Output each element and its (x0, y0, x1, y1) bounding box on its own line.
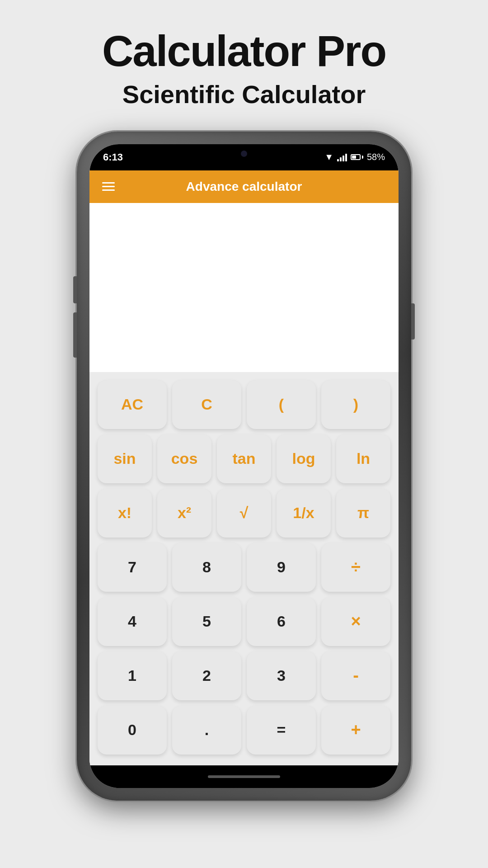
volume-up-button (73, 276, 77, 303)
keypad-row-2: sin cos tan log ln (98, 434, 390, 483)
decimal-button[interactable]: . (172, 706, 241, 755)
app-title: Calculator Pro (102, 27, 386, 75)
keypad-row-7: 0 . = + (98, 706, 390, 755)
power-button (411, 303, 415, 340)
multiply-button[interactable]: × (321, 597, 390, 646)
keypad-row-1: AC C ( ) (98, 380, 390, 429)
home-bar (89, 765, 399, 788)
status-time: 6:13 (103, 151, 123, 163)
close-paren-button[interactable]: ) (321, 380, 390, 429)
battery-percent: 58% (367, 152, 385, 162)
ln-button[interactable]: ln (336, 434, 390, 483)
eight-button[interactable]: 8 (172, 543, 241, 592)
battery-icon (351, 154, 363, 160)
tan-button[interactable]: tan (217, 434, 271, 483)
wifi-icon: ▼ (324, 152, 333, 162)
app-bar: Advance calculator (89, 170, 399, 203)
reciprocal-button[interactable]: 1/x (277, 489, 331, 538)
ac-button[interactable]: AC (98, 380, 167, 429)
phone-mockup: 6:13 ▼ 58% (77, 132, 411, 801)
hamburger-line-2 (102, 186, 115, 187)
volume-down-button (73, 312, 77, 358)
status-icons: ▼ 58% (324, 152, 385, 162)
six-button[interactable]: 6 (247, 597, 316, 646)
plus-button[interactable]: + (321, 706, 390, 755)
square-button[interactable]: x² (157, 489, 211, 538)
open-paren-button[interactable]: ( (247, 380, 316, 429)
signal-bar-4 (345, 154, 347, 161)
one-button[interactable]: 1 (98, 651, 167, 700)
hamburger-line-1 (102, 182, 115, 184)
calculator-display (89, 203, 399, 372)
battery-tip (362, 156, 363, 159)
pi-button[interactable]: π (336, 489, 390, 538)
status-bar: 6:13 ▼ 58% (89, 144, 399, 170)
camera-dot (241, 151, 247, 157)
keypad-row-5: 4 5 6 × (98, 597, 390, 646)
cos-button[interactable]: cos (157, 434, 211, 483)
home-bar-indicator (208, 775, 280, 778)
sin-button[interactable]: sin (98, 434, 152, 483)
keypad-row-4: 7 8 9 ÷ (98, 543, 390, 592)
keypad-row-6: 1 2 3 - (98, 651, 390, 700)
factorial-button[interactable]: x! (98, 489, 152, 538)
keypad-row-3: x! x² √ 1/x π (98, 489, 390, 538)
minus-button[interactable]: - (321, 651, 390, 700)
signal-bar-3 (343, 156, 344, 161)
three-button[interactable]: 3 (247, 651, 316, 700)
zero-button[interactable]: 0 (98, 706, 167, 755)
phone-screen: 6:13 ▼ 58% (89, 144, 399, 788)
app-bar-title: Advance calculator (115, 179, 373, 194)
log-button[interactable]: log (277, 434, 331, 483)
hamburger-menu-button[interactable] (102, 182, 115, 191)
four-button[interactable]: 4 (98, 597, 167, 646)
clear-button[interactable]: C (172, 380, 241, 429)
five-button[interactable]: 5 (172, 597, 241, 646)
sqrt-button[interactable]: √ (217, 489, 271, 538)
signal-bar-2 (340, 157, 342, 161)
signal-bars (337, 153, 347, 161)
two-button[interactable]: 2 (172, 651, 241, 700)
equals-button[interactable]: = (247, 706, 316, 755)
divide-button[interactable]: ÷ (321, 543, 390, 592)
nine-button[interactable]: 9 (247, 543, 316, 592)
signal-bar-1 (337, 159, 339, 161)
keypad: AC C ( ) sin cos tan log ln x! x² √ 1/x … (89, 372, 399, 765)
hamburger-line-3 (102, 189, 115, 191)
app-subtitle: Scientific Calculator (122, 80, 366, 109)
battery-body (351, 154, 361, 160)
battery-fill (352, 156, 356, 159)
seven-button[interactable]: 7 (98, 543, 167, 592)
